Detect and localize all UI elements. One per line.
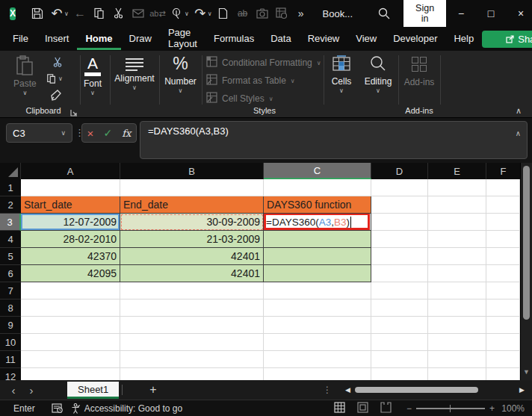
sheet-tab-sheet1[interactable]: Sheet1 <box>67 382 119 399</box>
cell-B2[interactable]: End_date <box>120 196 264 214</box>
cell-A2[interactable]: Start_date <box>21 196 120 214</box>
editing-group-button[interactable]: Editing ∨ <box>362 55 395 94</box>
cell-B5[interactable]: 42401 <box>120 248 264 265</box>
row-header-11[interactable]: 11 <box>0 351 21 368</box>
cell-E4[interactable] <box>428 231 486 248</box>
macro-record-icon[interactable] <box>52 403 64 414</box>
name-box-dropdown-icon[interactable]: ∨ <box>61 129 66 137</box>
cell-F5[interactable] <box>486 248 520 265</box>
minimize-button[interactable]: − <box>446 1 476 26</box>
cell-A8[interactable] <box>21 299 120 317</box>
cell-E12[interactable] <box>428 368 486 380</box>
cell-C4[interactable] <box>264 231 371 248</box>
tab-review[interactable]: Review <box>300 28 348 50</box>
vertical-scrollbar[interactable]: ▼ <box>520 163 532 380</box>
cell-B7[interactable] <box>120 282 264 299</box>
cell-D10[interactable] <box>371 334 428 351</box>
tab-data[interactable]: Data <box>262 28 299 50</box>
touch-mode-icon[interactable] <box>167 4 187 23</box>
cell-D8[interactable] <box>371 299 428 317</box>
cell-B1[interactable] <box>120 179 264 196</box>
cell-C8[interactable] <box>264 299 371 317</box>
scroll-down-icon[interactable]: ▼ <box>523 368 530 376</box>
add-sheet-button[interactable]: + <box>149 383 156 397</box>
format-as-table-button[interactable]: Format as Table ∨ <box>206 72 323 90</box>
cell-C6[interactable] <box>264 265 371 282</box>
column-header-d[interactable]: D <box>371 163 428 179</box>
column-header-c[interactable]: C <box>264 163 371 179</box>
cell-E3[interactable] <box>428 214 486 231</box>
tab-view[interactable]: View <box>347 28 385 50</box>
cell-B3[interactable]: 30-09-2009 <box>120 214 264 231</box>
alignment-group-button[interactable]: Alignment ∨ <box>112 58 157 91</box>
enter-formula-icon[interactable]: ✓ <box>103 127 112 139</box>
cell-E10[interactable] <box>428 334 486 351</box>
cell-A10[interactable] <box>21 334 120 351</box>
row-header-7[interactable]: 7 <box>0 282 21 299</box>
cell-A5[interactable]: 42370 <box>21 248 120 265</box>
accessibility-status[interactable]: Accessibility: Good to go <box>71 403 182 414</box>
collapse-ribbon-icon[interactable]: ∧ <box>516 106 522 116</box>
cell-D2[interactable] <box>371 196 428 214</box>
zoom-level[interactable]: 100% <box>499 403 525 414</box>
cell-C7[interactable] <box>264 282 371 299</box>
cell-F3[interactable] <box>486 214 520 231</box>
row-header-2[interactable]: 2 <box>0 196 21 214</box>
cell-F8[interactable] <box>486 299 520 317</box>
cell-D5[interactable] <box>371 248 428 265</box>
cell-F2[interactable] <box>486 196 520 214</box>
zoom-slider[interactable] <box>416 408 485 409</box>
page-break-preview-icon[interactable] <box>380 402 392 415</box>
row-header-9[interactable]: 9 <box>0 317 21 334</box>
cell-E9[interactable] <box>428 317 486 334</box>
cell-A11[interactable] <box>21 351 120 368</box>
cell-F12[interactable] <box>486 368 520 380</box>
tab-formulas[interactable]: Formulas <box>205 28 262 50</box>
select-all-button[interactable] <box>0 163 21 179</box>
share-button[interactable]: Share ∨ <box>482 31 532 48</box>
cell-A9[interactable] <box>21 317 120 334</box>
zoom-in-icon[interactable]: + <box>489 403 495 414</box>
normal-view-icon[interactable] <box>334 402 345 415</box>
cell-B12[interactable] <box>120 368 264 380</box>
zoom-slider-handle[interactable] <box>450 405 451 412</box>
cell-D3[interactable] <box>371 214 428 231</box>
cell-D9[interactable] <box>371 317 428 334</box>
cell-D6[interactable] <box>371 265 428 282</box>
format-painter-button[interactable] <box>48 88 64 102</box>
restore-button[interactable]: □ <box>476 1 506 26</box>
new-file-icon[interactable] <box>214 4 233 23</box>
copy-icon[interactable] <box>90 4 109 23</box>
column-header-e[interactable]: E <box>428 163 486 179</box>
search-icon[interactable] <box>378 4 390 23</box>
cell-E5[interactable] <box>428 248 486 265</box>
column-header-f[interactable]: F <box>486 163 520 179</box>
copy-button[interactable]: ∨ <box>46 72 63 85</box>
row-header-6[interactable]: 6 <box>0 265 21 282</box>
cell-B11[interactable] <box>120 351 264 368</box>
vertical-scrollbar-thumb[interactable] <box>523 166 530 320</box>
cell-styles-button[interactable]: Cell Styles ∨ <box>206 90 323 108</box>
tab-file[interactable]: File <box>4 28 37 50</box>
row-header-3[interactable]: 3 <box>0 214 21 231</box>
column-header-a[interactable]: A <box>21 163 120 179</box>
cell-A6[interactable]: 42095 <box>21 265 120 282</box>
cell-C5[interactable] <box>264 248 371 265</box>
cell-E7[interactable] <box>428 282 486 299</box>
tab-home[interactable]: Home <box>77 28 120 50</box>
cell-D7[interactable] <box>371 282 428 299</box>
cell-C11[interactable] <box>264 351 371 368</box>
page-layout-view-icon[interactable] <box>357 402 368 415</box>
row-header-8[interactable]: 8 <box>0 299 21 317</box>
cell-A12[interactable] <box>21 368 120 380</box>
row-header-5[interactable]: 5 <box>0 248 21 265</box>
cell-F6[interactable] <box>486 265 520 282</box>
close-button[interactable]: × <box>506 1 532 26</box>
scroll-left-icon[interactable]: ◀ <box>342 386 353 394</box>
horizontal-scrollbar[interactable]: ◀ ▶ <box>342 386 528 394</box>
cell-F1[interactable] <box>486 179 520 196</box>
more-commands-icon[interactable]: » <box>291 4 311 23</box>
row-header-12[interactable]: 12 <box>0 368 21 380</box>
cell-F10[interactable] <box>486 334 520 351</box>
save-icon[interactable] <box>28 4 47 23</box>
